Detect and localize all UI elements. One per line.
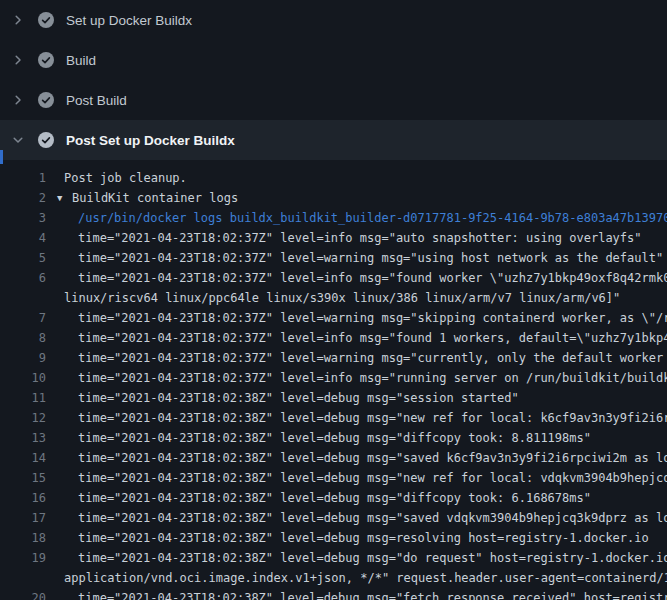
chevron-right-icon — [10, 92, 26, 108]
log-line-text: time="2021-04-23T18:02:37Z" level=info m… — [46, 328, 667, 348]
log-line-text: time="2021-04-23T18:02:37Z" level=warnin… — [46, 308, 667, 328]
log-line-text: time="2021-04-23T18:02:37Z" level=warnin… — [46, 348, 667, 368]
log-line: 20 time="2021-04-23T18:02:38Z" level=deb… — [0, 588, 667, 600]
step-label: Build — [66, 53, 96, 68]
log-line-text: Post job cleanup. — [46, 168, 187, 188]
log-line: 13 time="2021-04-23T18:02:38Z" level=deb… — [0, 428, 667, 448]
log-line: 10 time="2021-04-23T18:02:37Z" level=inf… — [0, 368, 667, 388]
log-line-text: time="2021-04-23T18:02:37Z" level=info m… — [46, 268, 667, 288]
line-number[interactable]: 17 — [0, 508, 46, 528]
log-line-text: time="2021-04-23T18:02:38Z" level=debug … — [46, 388, 519, 408]
line-number[interactable]: 11 — [0, 388, 46, 408]
line-number[interactable]: 16 — [0, 488, 46, 508]
log-line-text: time="2021-04-23T18:02:38Z" level=debug … — [46, 428, 591, 448]
step-label: Post Set up Docker Buildx — [66, 133, 235, 148]
log-line-text: time="2021-04-23T18:02:37Z" level=info m… — [46, 228, 642, 248]
log-line: 7 time="2021-04-23T18:02:37Z" level=warn… — [0, 308, 667, 328]
log-line: 3 /usr/bin/docker logs buildx_buildkit_b… — [0, 208, 667, 228]
log-line: 16 time="2021-04-23T18:02:38Z" level=deb… — [0, 488, 667, 508]
line-number[interactable]: 14 — [0, 448, 46, 468]
check-circle-icon — [38, 132, 54, 148]
line-number[interactable]: 10 — [0, 368, 46, 388]
log-line: 8 time="2021-04-23T18:02:37Z" level=info… — [0, 328, 667, 348]
line-number[interactable]: 1 — [0, 168, 46, 188]
chevron-right-icon — [10, 12, 26, 28]
log-line: linux/riscv64 linux/ppc64le linux/s390x … — [0, 288, 667, 308]
log-line-text: time="2021-04-23T18:02:38Z" level=debug … — [46, 588, 667, 600]
step-label: Set up Docker Buildx — [66, 13, 192, 28]
step-row-post-set-up-docker-buildx[interactable]: Post Set up Docker Buildx — [0, 120, 667, 160]
check-circle-icon — [38, 92, 54, 108]
log-line-text: BuildKit container logs — [67, 188, 238, 208]
group-toggle-icon[interactable]: ▼ — [46, 188, 67, 208]
log-line-text: time="2021-04-23T18:02:37Z" level=info m… — [46, 368, 667, 388]
log-line: 1 Post job cleanup. — [0, 168, 667, 188]
line-number[interactable]: 4 — [0, 228, 46, 248]
log-line-text: time="2021-04-23T18:02:38Z" level=debug … — [46, 508, 667, 528]
log-line-text: time="2021-04-23T18:02:38Z" level=debug … — [46, 448, 667, 468]
log-line-text: time="2021-04-23T18:02:38Z" level=debug … — [46, 528, 649, 548]
step-row-post-build[interactable]: Post Build — [0, 80, 667, 120]
line-number[interactable]: 8 — [0, 328, 46, 348]
log-line: 14 time="2021-04-23T18:02:38Z" level=deb… — [0, 448, 667, 468]
line-number[interactable] — [0, 288, 46, 308]
line-number[interactable]: 13 — [0, 428, 46, 448]
line-number[interactable]: 12 — [0, 408, 46, 428]
log-line-text: time="2021-04-23T18:02:38Z" level=debug … — [46, 408, 667, 428]
log-line-text: /usr/bin/docker logs buildx_buildkit_bui… — [46, 208, 667, 228]
line-number[interactable]: 18 — [0, 528, 46, 548]
line-number[interactable]: 15 — [0, 468, 46, 488]
line-number[interactable] — [0, 568, 46, 588]
line-number[interactable]: 2 — [0, 188, 46, 208]
step-label: Post Build — [66, 93, 127, 108]
log-line: 4 time="2021-04-23T18:02:37Z" level=info… — [0, 228, 667, 248]
line-number[interactable]: 3 — [0, 208, 46, 228]
line-number[interactable]: 5 — [0, 248, 46, 268]
log-line: 6 time="2021-04-23T18:02:37Z" level=info… — [0, 268, 667, 288]
steps-list: Set up Docker Buildx Build Post Build — [0, 0, 667, 160]
line-number[interactable]: 6 — [0, 268, 46, 288]
log-line: 17 time="2021-04-23T18:02:38Z" level=deb… — [0, 508, 667, 528]
chevron-right-icon — [10, 52, 26, 68]
log-line: 15 time="2021-04-23T18:02:38Z" level=deb… — [0, 468, 667, 488]
line-number[interactable]: 20 — [0, 588, 46, 600]
log-line-text: linux/riscv64 linux/ppc64le linux/s390x … — [46, 288, 620, 308]
log-line-text: time="2021-04-23T18:02:38Z" level=debug … — [46, 548, 667, 568]
log-line-text: time="2021-04-23T18:02:37Z" level=warnin… — [46, 248, 663, 268]
line-number[interactable]: 7 — [0, 308, 46, 328]
log-line: application/vnd.oci.image.index.v1+json,… — [0, 568, 667, 588]
line-number[interactable]: 9 — [0, 348, 46, 368]
chevron-down-icon — [10, 132, 26, 148]
log-line: 2 ▼ BuildKit container logs — [0, 188, 667, 208]
log-line: 18 time="2021-04-23T18:02:38Z" level=deb… — [0, 528, 667, 548]
log-line: 9 time="2021-04-23T18:02:37Z" level=warn… — [0, 348, 667, 368]
log-line-text: time="2021-04-23T18:02:38Z" level=debug … — [46, 468, 667, 488]
step-row-build[interactable]: Build — [0, 40, 667, 80]
log-line-text: application/vnd.oci.image.index.v1+json,… — [46, 568, 667, 588]
log-line-text: time="2021-04-23T18:02:38Z" level=debug … — [46, 488, 591, 508]
log-line: 12 time="2021-04-23T18:02:38Z" level=deb… — [0, 408, 667, 428]
step-row-set-up-docker-buildx[interactable]: Set up Docker Buildx — [0, 0, 667, 40]
line-number[interactable]: 19 — [0, 548, 46, 568]
log-output: 1 Post job cleanup. 2 ▼ BuildKit contain… — [0, 160, 667, 600]
log-line: 5 time="2021-04-23T18:02:37Z" level=warn… — [0, 248, 667, 268]
check-circle-icon — [38, 52, 54, 68]
log-line: 11 time="2021-04-23T18:02:38Z" level=deb… — [0, 388, 667, 408]
check-circle-icon — [38, 12, 54, 28]
actions-log-viewer: Set up Docker Buildx Build Post Build — [0, 0, 667, 600]
log-line: 19 time="2021-04-23T18:02:38Z" level=deb… — [0, 548, 667, 568]
